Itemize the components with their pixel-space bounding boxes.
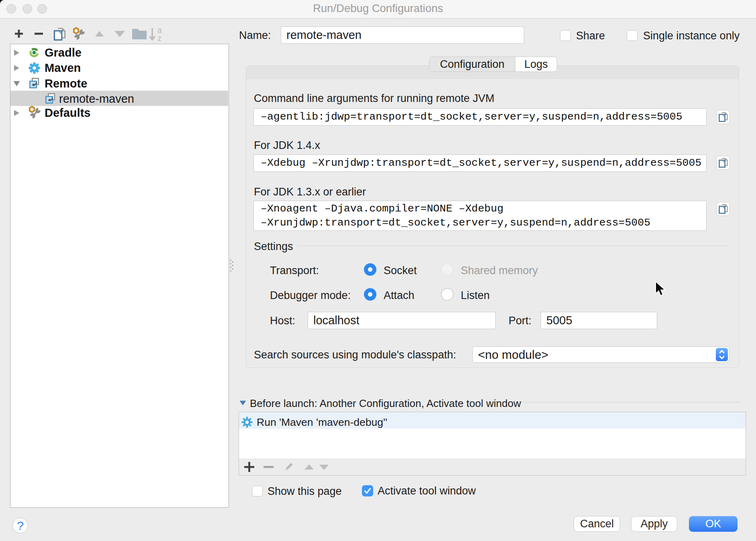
svg-text:z: z	[157, 34, 161, 41]
